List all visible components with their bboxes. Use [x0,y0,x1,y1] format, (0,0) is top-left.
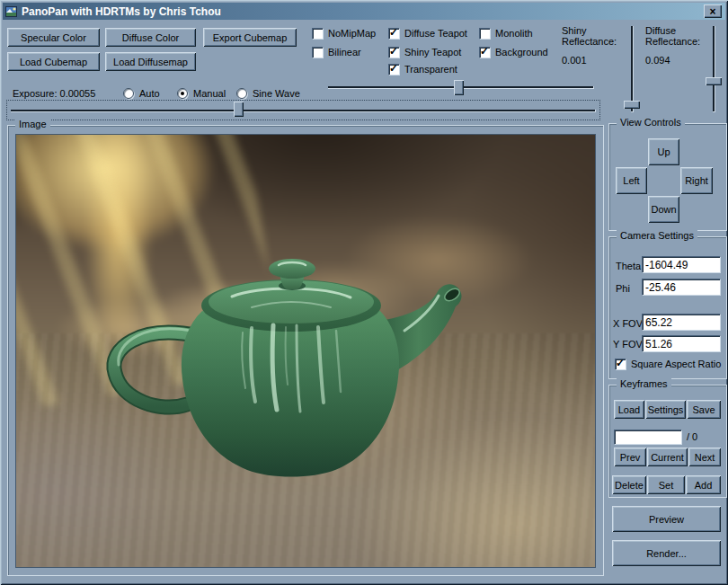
keyframes-current-button[interactable]: Current [647,448,688,466]
preview-button[interactable]: Preview [612,506,721,532]
shiny-reflectance-value: 0.001 [562,55,617,66]
checkmark-icon: ✓ [480,45,489,58]
radio-dot-icon [181,92,184,95]
slider-track[interactable] [713,26,715,112]
checkbox-box[interactable]: ✓ [479,47,491,58]
checkbox-box[interactable]: ✓ [388,47,400,58]
yfov-label: Y FOV [613,339,643,350]
window-title: PanoPan with HDRTMs by Chris Tchou [22,5,221,18]
keyframes-add-button[interactable]: Add [686,475,721,494]
checkbox-label: Diffuse Teapot [404,28,467,39]
teapot-render [16,135,595,567]
radio-circle[interactable] [177,88,188,99]
shiny-reflectance-line1: Shiny [562,25,617,36]
keyframes-prev-button[interactable]: Prev [614,448,646,466]
render-viewport[interactable] [15,134,596,568]
checkbox-monolith[interactable]: ✓ Monolith [479,27,533,40]
radio-circle[interactable] [236,88,247,99]
keyframes-group: Keyframes Load Settings Save / 0 Prev Cu… [608,385,727,498]
checkbox-square-aspect-ratio[interactable]: ✓ Square Aspect Ratio [615,358,721,370]
view-down-button[interactable]: Down [648,196,679,223]
checkbox-label: Transparent [404,64,457,75]
slider-track[interactable] [631,26,634,112]
keyframes-label: Keyframes [617,378,671,389]
diffuse-reflectance-value: 0.094 [645,55,700,66]
checkmark-icon: ✓ [389,26,398,39]
load-diffusemap-button[interactable]: Load Diffusemap [105,52,196,71]
app-window: PanoPan with HDRTMs by Chris Tchou × Spe… [0,0,728,585]
checkbox-box[interactable]: ✓ [312,47,324,58]
diffuse-reflectance-slider[interactable] [706,25,722,113]
checkbox-label: Bilinear [328,47,361,58]
radio-label: Manual [193,88,226,99]
view-controls-label: View Controls [617,117,685,128]
checkbox-box[interactable]: ✓ [312,28,324,40]
slider-track[interactable] [11,110,596,112]
frame-number-field[interactable] [614,430,682,445]
checkbox-box[interactable]: ✓ [388,64,400,75]
load-cubemap-button[interactable]: Load Cubemap [7,52,100,71]
theta-field[interactable] [642,256,721,273]
checkbox-label: Background [495,47,548,58]
checkbox-box[interactable]: ✓ [615,359,626,370]
checkbox-bilinear[interactable]: ✓ Bilinear [312,46,361,58]
checkbox-diffuse-teapot[interactable]: ✓ Diffuse Teapot [388,27,467,40]
image-group: Image [7,125,604,576]
title-bar[interactable]: PanoPan with HDRTMs by Chris Tchou × [3,3,725,20]
checkbox-label: Monolith [495,28,533,39]
radio-auto[interactable]: Auto [123,87,160,99]
xfov-label: X FOV [613,318,643,329]
close-icon[interactable]: × [704,4,722,18]
radio-circle[interactable] [123,88,134,99]
shiny-reflectance-label: Shiny Reflectance: 0.001 [562,25,617,66]
render-button[interactable]: Render... [612,540,721,566]
phi-label: Phi [616,283,630,294]
checkbox-label: NoMipMap [328,28,376,39]
yfov-field[interactable] [642,335,721,352]
specular-color-button[interactable]: Specular Color [7,28,100,47]
diffuse-reflectance-label: Diffuse Reflectance: 0.094 [645,25,700,66]
exposure-fine-slider[interactable] [326,80,596,96]
checkmark-icon: ✓ [389,45,398,58]
exposure-label: Exposure: 0.00055 [13,88,95,99]
keyframes-delete-button[interactable]: Delete [612,475,646,494]
checkbox-box[interactable]: ✓ [479,28,491,40]
exposure-main-slider[interactable] [6,100,600,120]
phi-field[interactable] [642,279,721,296]
view-up-button[interactable]: Up [648,138,679,165]
keyframes-load-button[interactable]: Load [614,400,644,419]
image-group-label: Image [15,119,50,129]
checkbox-box[interactable]: ✓ [388,28,400,40]
shiny-reflectance-slider[interactable] [624,25,640,113]
export-cubemap-button[interactable]: Export Cubemap [203,28,297,47]
diffuse-reflectance-line1: Diffuse [645,25,700,36]
checkbox-background[interactable]: ✓ Background [479,46,548,58]
diffuse-color-button[interactable]: Diffuse Color [105,28,196,47]
slider-thumb[interactable] [706,77,722,85]
radio-manual[interactable]: Manual [177,87,226,99]
view-right-button[interactable]: Right [680,167,713,194]
radio-label: Auto [139,88,160,99]
checkmark-icon: ✓ [616,357,625,369]
keyframes-settings-button[interactable]: Settings [645,400,686,419]
slider-thumb[interactable] [454,80,464,95]
keyframes-save-button[interactable]: Save [687,400,721,419]
checkbox-shiny-teapot[interactable]: ✓ Shiny Teapot [388,46,461,58]
theta-label: Theta [616,261,641,271]
checkbox-transparent[interactable]: ✓ Transparent [388,63,457,75]
diffuse-reflectance-line2: Reflectance: [645,36,700,47]
keyframes-set-button[interactable]: Set [647,475,685,494]
radio-label: Sine Wave [253,88,300,99]
camera-settings-group: Camera Settings Theta Phi X FOV Y FOV ✓ … [608,236,727,379]
checkbox-nomipmap[interactable]: ✓ NoMipMap [312,27,376,40]
radio-sine-wave[interactable]: Sine Wave [236,87,300,99]
xfov-field[interactable] [642,314,721,331]
slider-thumb[interactable] [234,102,244,117]
checkbox-label: Square Aspect Ratio [631,359,721,369]
view-left-button[interactable]: Left [616,167,647,194]
keyframes-next-button[interactable]: Next [688,448,721,466]
app-icon [5,5,18,18]
camera-settings-label: Camera Settings [617,230,697,241]
view-controls-group: View Controls Up Left Right Down [608,123,727,231]
slider-thumb[interactable] [624,101,640,109]
